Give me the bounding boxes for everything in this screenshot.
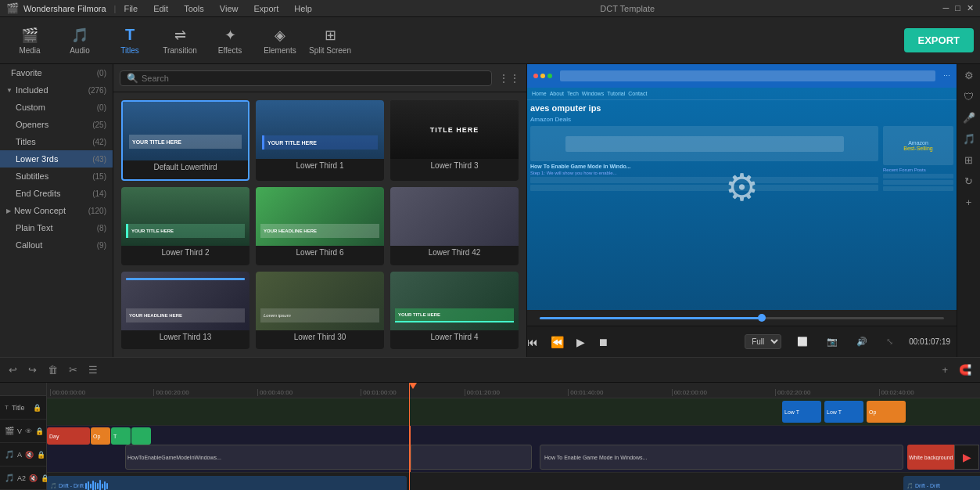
- right-icon-plus[interactable]: +: [964, 194, 975, 211]
- quality-select[interactable]: Full 1/2 1/4: [745, 334, 781, 349]
- grid-item-lower-third-2[interactable]: YOUR TITLE HERE Lower Third 2: [121, 187, 249, 265]
- video-clip-1b[interactable]: [411, 445, 532, 470]
- title-clip-low2[interactable]: Low T: [824, 401, 863, 423]
- video-clip-2[interactable]: How To Enable Game Mode In Windows...: [540, 445, 903, 470]
- progress-filled: [540, 317, 762, 319]
- tl-redo-icon[interactable]: ↪: [26, 362, 39, 378]
- menu-export[interactable]: Export: [253, 4, 278, 13]
- right-icon-settings[interactable]: ⚙: [962, 67, 976, 84]
- grid-item-lower-third-6[interactable]: YOUR HEADLINE HERE Lower Third 6: [256, 187, 384, 265]
- grid-item-lower-third-30[interactable]: Lorem ipsum Lower Third 30: [256, 272, 384, 349]
- sidebar-item-included[interactable]: ▼ Included (276): [0, 81, 113, 99]
- right-icon-grid[interactable]: ⊞: [962, 152, 975, 168]
- grid-item-lower-third-42[interactable]: Lower Third 42: [390, 187, 519, 265]
- icon-expand[interactable]: ⤡: [886, 337, 893, 347]
- menu-help[interactable]: Help: [294, 4, 312, 13]
- toolbar-effects-label: Effects: [218, 46, 242, 55]
- grid-item-default-lowerthird[interactable]: YOUR TITLE HERE Default Lowerthird: [121, 100, 249, 181]
- stop-button[interactable]: ⏹: [598, 336, 608, 348]
- video-eye-icon[interactable]: 👁: [25, 427, 32, 435]
- sidebar-included-label: Included: [16, 85, 48, 95]
- thumb-label-6: Lower Third 13: [121, 330, 249, 344]
- title-clip-low1[interactable]: Low T: [782, 401, 821, 423]
- menu-file[interactable]: File: [124, 4, 138, 13]
- sidebar-item-callout[interactable]: Callout (9): [0, 236, 113, 254]
- dot-green: [547, 74, 552, 78]
- toolbar-media[interactable]: 🎬 Media: [6, 20, 53, 61]
- thumb-label-4: Lower Third 6: [256, 246, 384, 259]
- toolbar-elements[interactable]: ◈ Elements: [257, 20, 303, 61]
- audio1-lock[interactable]: 🔒: [37, 451, 45, 459]
- toolbar-splitscreen[interactable]: ⊞ Split Screen: [307, 20, 354, 61]
- progress-handle[interactable]: [758, 314, 766, 322]
- clip-t1[interactable]: T: [111, 427, 131, 445]
- search-box[interactable]: 🔍: [120, 70, 492, 86]
- grid-view-icon[interactable]: ⋮⋮: [498, 72, 520, 85]
- search-input[interactable]: [142, 74, 485, 83]
- right-icon-music[interactable]: 🎵: [960, 131, 978, 147]
- step-back-button[interactable]: ⏪: [551, 336, 564, 348]
- grid-item-lower-third-3[interactable]: TITLE HERE Lower Third 3: [390, 100, 519, 181]
- sidebar-item-favorite[interactable]: Favorite (0): [0, 64, 113, 81]
- grid-item-lower-third-1[interactable]: YOUR TITLE HERE Lower Third 1: [256, 100, 384, 181]
- sidebar-item-lower3rds[interactable]: Lower 3rds (43): [0, 150, 113, 168]
- menu-edit[interactable]: Edit: [153, 4, 168, 13]
- menu-view[interactable]: View: [220, 4, 239, 13]
- toolbar-transition[interactable]: ⇌ Transition: [156, 20, 203, 61]
- ruler-mark-6: 00:02:00:00: [672, 389, 775, 396]
- title-track-lock[interactable]: 🔒: [33, 404, 41, 412]
- audio-clip-2[interactable]: 🎵 Drift - Drift: [903, 476, 980, 490]
- clip-t2[interactable]: [131, 427, 151, 445]
- sidebar-item-openers[interactable]: Openers (25): [0, 116, 113, 133]
- tl-delete-icon[interactable]: 🗑: [45, 362, 60, 378]
- right-icon-repeat[interactable]: ↻: [962, 173, 975, 189]
- minimize-button[interactable]: ─: [943, 3, 949, 13]
- url-bar: [560, 70, 935, 81]
- tl-undo-icon[interactable]: ↩: [6, 362, 20, 378]
- close-button[interactable]: ✕: [967, 3, 974, 13]
- toolbar-audio[interactable]: 🎵 Audio: [56, 20, 103, 61]
- tl-cut-icon[interactable]: ✂: [66, 362, 80, 378]
- title-track-label: Title: [12, 404, 25, 412]
- sidebar-item-titles[interactable]: Titles (42): [0, 133, 113, 150]
- clip-day[interactable]: Day: [47, 427, 90, 445]
- clip-op1[interactable]: Op: [91, 427, 110, 445]
- sidebar-item-endcredits[interactable]: End Credits (14): [0, 185, 113, 202]
- skip-back-button[interactable]: ⏮: [527, 336, 538, 348]
- expand-icon: ▼: [6, 87, 13, 94]
- tl-menu-icon[interactable]: ☰: [86, 362, 100, 378]
- maximize-button[interactable]: □: [955, 3, 960, 13]
- play-button[interactable]: ▶: [576, 336, 585, 348]
- menu-tools[interactable]: Tools: [184, 4, 204, 13]
- web-dots: [533, 74, 552, 78]
- sidebar-plaintext-count: (8): [97, 224, 106, 232]
- export-button[interactable]: EXPORT: [904, 28, 974, 52]
- title-clip-op1[interactable]: Op: [867, 401, 906, 423]
- icon-snapshot[interactable]: 📷: [827, 337, 838, 347]
- sidebar-item-plaintext[interactable]: Plain Text (8): [0, 219, 113, 236]
- icon-screen[interactable]: ⬜: [797, 337, 808, 347]
- timeline-content: 00:00:00:00 00:00:20:00 00:00:40:00 00:0…: [47, 383, 980, 490]
- tl-add-track-icon[interactable]: +: [939, 362, 950, 378]
- sidebar-item-newconcept[interactable]: ▶ New Concept (120): [0, 202, 113, 219]
- titles-icon: T: [125, 26, 135, 44]
- tl-magnet-icon[interactable]: 🧲: [957, 362, 974, 378]
- content-toolbar: 🔍 ⋮⋮: [113, 64, 526, 92]
- video-clip-1[interactable]: HowToEnableGameModeInWindows...: [125, 445, 454, 470]
- grid-item-lower-third-4[interactable]: YOUR TITLE HERE Lower Third 4: [390, 272, 519, 349]
- right-icon-shield[interactable]: 🛡: [961, 88, 976, 105]
- sidebar-callout-label: Callout: [16, 240, 42, 250]
- grid-item-lower-third-13[interactable]: YOUR HEADLINE HERE Lower Third 13: [121, 272, 249, 349]
- audio2-mute[interactable]: 🔇: [29, 474, 38, 482]
- toolbar-titles[interactable]: T Titles: [106, 20, 153, 61]
- timeline-scroll[interactable]: 00:00:00:00 00:00:20:00 00:00:40:00 00:0…: [47, 383, 980, 490]
- sidebar-item-custom[interactable]: Custom (0): [0, 99, 113, 116]
- preview-progress-bar[interactable]: [540, 317, 944, 319]
- toolbar-effects[interactable]: ✦ Effects: [206, 20, 253, 61]
- sidebar-item-subtitles[interactable]: Subtitles (15): [0, 168, 113, 185]
- video-lock-icon[interactable]: 🔒: [35, 427, 44, 435]
- audio-clip-1[interactable]: 🎵 Drift - Drift: [47, 476, 407, 490]
- audio1-mute[interactable]: 🔇: [25, 451, 34, 459]
- icon-volume[interactable]: 🔊: [856, 337, 867, 347]
- right-icon-mic[interactable]: 🎤: [960, 110, 978, 126]
